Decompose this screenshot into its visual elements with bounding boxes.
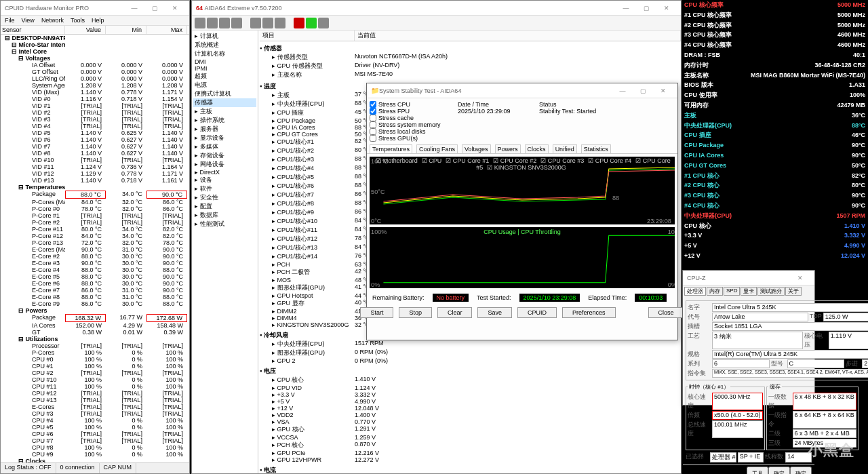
svg-text:0%: 0%	[371, 281, 380, 288]
stop-button[interactable]: Stop	[399, 307, 432, 318]
bios-icon[interactable]	[294, 18, 304, 28]
stress-checkbox[interactable]: Stress local disks	[370, 128, 458, 135]
start-button[interactable]: Start	[360, 307, 393, 318]
status-caps: CAP NUM	[100, 463, 136, 473]
save-button[interactable]: Save	[477, 307, 512, 318]
hwm-statusbar: Log Status : OFF 0 connection CAP NUM	[1, 462, 189, 473]
cpuz-tab[interactable]: 内存	[707, 287, 723, 296]
hwm-tree[interactable]: ⊟ DESKTOP-NN9ATPS (192...)⊟ Micro-Star I…	[1, 35, 189, 469]
tree-item[interactable]: IPMI	[193, 65, 256, 72]
tree-item[interactable]: ▸ 网络设备	[193, 160, 256, 169]
menu-help[interactable]: Help	[92, 17, 104, 24]
tree-item[interactable]: ▸ 计算机	[193, 32, 256, 41]
toolbar-icon[interactable]	[231, 18, 242, 28]
tab-statistics[interactable]: Statistics	[581, 144, 611, 153]
menu-file[interactable]: File	[5, 17, 15, 24]
cpuz-tab[interactable]: 关于	[785, 287, 802, 296]
hwmonitor-window: CPUID Hardware Monitor PRO — ▢ ✕ FileVie…	[0, 0, 190, 474]
toolbar-icon[interactable]	[219, 18, 230, 28]
close-icon[interactable]: ✕	[653, 87, 673, 94]
min-icon[interactable]: —	[612, 87, 633, 94]
tab-temperatures[interactable]: Temperatures	[370, 144, 412, 153]
min-icon[interactable]: —	[616, 5, 636, 12]
tree-item[interactable]: 电源	[193, 81, 256, 90]
max-icon[interactable]: ▢	[633, 87, 653, 94]
stab-titlebar[interactable]: 📁 System Stability Test - AIDA64 — ▢ ✕	[367, 83, 677, 98]
col-value[interactable]: 当前值	[355, 31, 681, 41]
stress-checkbox[interactable]: Stress GPU(s)	[370, 135, 458, 142]
toolbar-icon[interactable]	[250, 18, 261, 28]
cpu-selector[interactable]: 处理器 #1	[710, 452, 736, 462]
bus-speed: 100.01 MHz	[712, 420, 763, 438]
tree-item[interactable]: ▸ 数据库	[193, 211, 256, 220]
validate-button[interactable]: 确定	[768, 467, 790, 474]
toolbar-icon[interactable]	[275, 18, 285, 28]
tree-item[interactable]: ▸ 安全性	[193, 193, 256, 202]
col-sensor[interactable]: Sensor	[1, 26, 65, 34]
col-min[interactable]: Min	[106, 26, 146, 34]
clear-button[interactable]: Clear	[437, 307, 473, 318]
tree-item[interactable]: 超频	[193, 72, 256, 81]
tab-clocks[interactable]: Clocks	[525, 144, 549, 153]
tab-cooling fans[interactable]: Cooling Fans	[416, 144, 458, 153]
menu-network[interactable]: Network	[41, 17, 64, 24]
aida-titlebar[interactable]: 64 AIDA64 Extreme v7.50.7200 — ▢ ✕	[192, 1, 681, 16]
close-icon[interactable]: ✕	[790, 275, 810, 281]
cpuz-tab[interactable]: 处理器	[684, 287, 706, 296]
col-field[interactable]: 项目	[260, 31, 355, 41]
close-icon[interactable]: ✕	[656, 5, 677, 12]
tree-item[interactable]: ▸ 多媒体	[193, 142, 256, 151]
toolbar-icon[interactable]	[262, 18, 273, 28]
min-icon[interactable]: —	[124, 5, 144, 12]
cpuz-version: CPU-Z Ver. 2.12.0.x64	[686, 467, 747, 474]
max-icon[interactable]: ▢	[144, 5, 165, 12]
close-icon[interactable]: ✕	[165, 5, 185, 12]
tree-item[interactable]: 传感器	[193, 98, 256, 107]
tree-item[interactable]: ▸ 操作系统	[193, 116, 256, 125]
tree-item[interactable]: ▸ 主板	[193, 107, 256, 116]
cpuz-tab[interactable]: 显卡	[741, 287, 757, 296]
cpuz-tab[interactable]: SPD	[724, 287, 740, 296]
cpuz-dialog: CPU-Z✕ 处理器内存SPD显卡测试跑分关于 intelCOREULTRA 5…	[682, 270, 815, 406]
tree-item[interactable]: 系统概述	[193, 41, 256, 50]
tree-item[interactable]: ▸ 存储设备	[193, 151, 256, 160]
stress-checkbox[interactable]: Stress cache	[370, 115, 458, 121]
preferences-button[interactable]: Preferences	[562, 307, 616, 318]
tree-item[interactable]: 计算机名称	[193, 50, 256, 58]
close-button[interactable]: Close	[648, 307, 684, 318]
cpu-socket: Socket 1851 LGA	[712, 322, 868, 331]
tab-unified[interactable]: Unified	[553, 144, 577, 153]
tree-item[interactable]: ▸ 配置	[193, 202, 256, 211]
osd-row: #2 CPU 核心80°C	[682, 180, 868, 191]
menu-tools[interactable]: Tools	[71, 17, 85, 24]
toolbar-icon[interactable]	[207, 18, 218, 28]
tree-item[interactable]: ▸ 显示设备	[193, 134, 256, 142]
tree-item[interactable]: ▸ 性能测试	[193, 220, 256, 229]
col-value[interactable]: Value	[65, 26, 106, 34]
col-max[interactable]: Max	[146, 26, 187, 34]
refresh-icon[interactable]	[306, 18, 317, 28]
tree-item[interactable]: ▸ DirectX	[193, 169, 256, 176]
stress-checkbox[interactable]: Stress FPU	[370, 108, 458, 115]
tree-item[interactable]: 便携式计算机	[193, 90, 256, 98]
tree-item[interactable]: ▸ 软件	[193, 184, 256, 193]
stress-checkbox[interactable]: Stress CPU	[370, 101, 458, 108]
cpuz-tab[interactable]: 测试跑分	[757, 287, 785, 296]
ok-button[interactable]: 确定	[790, 467, 812, 474]
tree-item[interactable]: DMI	[193, 58, 256, 65]
menu-view[interactable]: View	[22, 17, 35, 24]
tree-item[interactable]: ▸ 服务器	[193, 125, 256, 134]
toolbar-icon[interactable]	[318, 18, 329, 28]
max-icon[interactable]: ▢	[636, 5, 656, 12]
tools-button[interactable]: 工具	[747, 467, 768, 474]
tree-item[interactable]: ▸ 设备	[193, 176, 256, 184]
hwm-titlebar[interactable]: CPUID Hardware Monitor PRO — ▢ ✕	[1, 1, 189, 16]
tab-powers[interactable]: Powers	[495, 144, 521, 153]
toolbar-icon[interactable]	[195, 18, 205, 28]
cpuid-button[interactable]: CPUID	[517, 307, 557, 318]
multiplier: x50.0 (4.0 - 52.0)	[712, 411, 763, 420]
osd-row: #1 CPU 核心频率5000 MHz	[682, 10, 868, 20]
stress-checkbox[interactable]: Stress system memory	[370, 121, 458, 128]
tab-voltages[interactable]: Voltages	[462, 144, 491, 153]
aida-nav-tree[interactable]: ▸ 计算机 系统概述 计算机名称 DMI IPMI 超频 电源 便携式计算机 传…	[192, 31, 258, 473]
